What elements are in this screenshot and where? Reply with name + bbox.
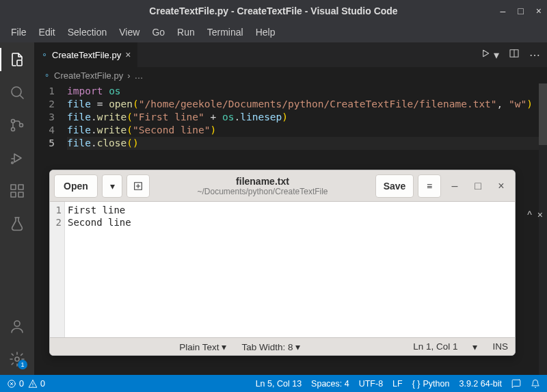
breadcrumb-separator: › — [127, 70, 130, 81]
svg-point-4 — [12, 162, 14, 164]
run-file-icon[interactable] — [480, 48, 491, 62]
scrollbar-thumb[interactable] — [539, 83, 547, 145]
gedit-insert-mode[interactable]: INS — [492, 341, 508, 352]
close-icon[interactable]: × — [536, 5, 542, 16]
run-dropdown-icon[interactable]: ▾ — [494, 49, 499, 62]
breadcrumb-file[interactable]: CreateTextFile.py — [54, 70, 123, 81]
python-file-icon: ⚬ — [41, 50, 48, 60]
status-cursor-position[interactable]: Ln 5, Col 13 — [256, 379, 302, 389]
status-encoding[interactable]: UTF-8 — [359, 379, 383, 389]
window-title: CreateTextFile.py - CreateTextFile - Vis… — [149, 5, 397, 16]
gedit-gutter: 1 2 — [50, 202, 65, 337]
gedit-content[interactable]: First line Second line — [65, 202, 515, 337]
gedit-cursor-position[interactable]: Ln 1, Col 1 — [413, 341, 457, 352]
gedit-text-area[interactable]: 1 2 First line Second line — [50, 202, 515, 337]
menu-run[interactable]: Run — [172, 24, 200, 40]
source-control-icon[interactable] — [8, 116, 26, 134]
python-file-icon: ⚬ — [44, 71, 50, 80]
svg-point-0 — [12, 87, 21, 96]
status-warnings[interactable]: 0 — [28, 379, 45, 389]
gedit-close-icon[interactable]: × — [492, 177, 511, 196]
more-actions-icon[interactable]: ⋯ — [529, 49, 540, 62]
panel-close-icon[interactable]: × — [537, 209, 543, 220]
activity-bar: 1 — [0, 42, 34, 375]
status-notifications-icon[interactable] — [531, 379, 540, 389]
status-feedback-icon[interactable] — [511, 379, 521, 389]
gedit-status-bar: Plain Text ▾ Tab Width: 8 ▾ Ln 1, Col 1 … — [50, 337, 515, 355]
gedit-title: filename.txt — [154, 176, 371, 187]
explorer-icon[interactable] — [8, 51, 26, 68]
tab-createtextfile[interactable]: ⚬ CreateTextFile.py × — [34, 42, 138, 67]
breadcrumb-more[interactable]: … — [135, 70, 144, 81]
run-debug-icon[interactable] — [8, 149, 26, 167]
gedit-tab-width-selector[interactable]: Tab Width: 8 ▾ — [241, 341, 300, 352]
gedit-save-button[interactable]: Save — [375, 174, 414, 198]
svg-rect-7 — [18, 192, 23, 197]
extensions-icon[interactable] — [8, 182, 26, 200]
split-editor-icon[interactable] — [509, 48, 520, 62]
status-language[interactable]: { } Python — [412, 379, 450, 389]
svg-point-9 — [14, 321, 20, 326]
panel-chevron-icon[interactable]: ^ — [527, 209, 532, 220]
menu-bar: File Edit Selection View Go Run Terminal… — [0, 22, 547, 42]
menu-help[interactable]: Help — [250, 24, 281, 40]
breadcrumb[interactable]: ⚬ CreateTextFile.py › … — [34, 67, 547, 83]
status-indentation[interactable]: Spaces: 4 — [311, 379, 349, 389]
panel-controls: ^ × — [527, 209, 543, 220]
tab-label: CreateTextFile.py — [52, 50, 121, 60]
title-bar: CreateTextFile.py - CreateTextFile - Vis… — [0, 0, 547, 22]
tab-close-icon[interactable]: × — [125, 49, 131, 60]
gedit-new-tab-button[interactable] — [126, 174, 150, 198]
gedit-hamburger-icon[interactable]: ≡ — [418, 174, 441, 198]
accounts-icon[interactable] — [8, 317, 26, 335]
tab-bar: ⚬ CreateTextFile.py × ▾ ⋯ — [34, 42, 547, 67]
gedit-open-dropdown[interactable]: ▾ — [102, 174, 122, 198]
gedit-cursor-dropdown-icon[interactable]: ▾ — [472, 341, 477, 352]
menu-go[interactable]: Go — [146, 24, 170, 40]
status-errors[interactable]: 0 — [7, 379, 24, 389]
search-icon[interactable] — [8, 83, 26, 101]
menu-edit[interactable]: Edit — [34, 24, 61, 40]
settings-icon[interactable]: 1 — [8, 350, 26, 368]
status-interpreter[interactable]: 3.9.2 64-bit — [459, 379, 502, 389]
menu-file[interactable]: File — [5, 24, 32, 40]
gedit-maximize-icon[interactable]: □ — [468, 177, 488, 196]
svg-rect-6 — [11, 192, 16, 197]
settings-badge: 1 — [18, 360, 27, 369]
svg-rect-5 — [11, 185, 16, 190]
menu-selection[interactable]: Selection — [62, 24, 113, 40]
gedit-subtitle: ~/Documents/python/CreateTextFile — [154, 187, 371, 196]
svg-rect-8 — [18, 185, 23, 190]
testing-icon[interactable] — [8, 215, 26, 233]
gedit-header: Open ▾ filename.txt ~/Documents/python/C… — [50, 170, 515, 202]
editor-actions: ▾ ⋯ — [480, 42, 547, 67]
gedit-open-button[interactable]: Open — [54, 174, 98, 198]
gedit-minimize-icon[interactable]: – — [445, 177, 464, 196]
menu-terminal[interactable]: Terminal — [202, 24, 249, 40]
gedit-title-area: filename.txt ~/Documents/python/CreateTe… — [154, 176, 371, 196]
status-eol[interactable]: LF — [392, 379, 403, 389]
window-controls: – □ × — [501, 5, 542, 16]
minimize-icon[interactable]: – — [501, 5, 506, 16]
gedit-language-selector[interactable]: Plain Text ▾ — [179, 341, 226, 352]
gedit-window: Open ▾ filename.txt ~/Documents/python/C… — [49, 170, 516, 356]
status-bar: 0 0 Ln 5, Col 13 Spaces: 4 UTF-8 LF { } … — [0, 375, 547, 392]
maximize-icon[interactable]: □ — [518, 5, 523, 16]
menu-view[interactable]: View — [114, 24, 145, 40]
